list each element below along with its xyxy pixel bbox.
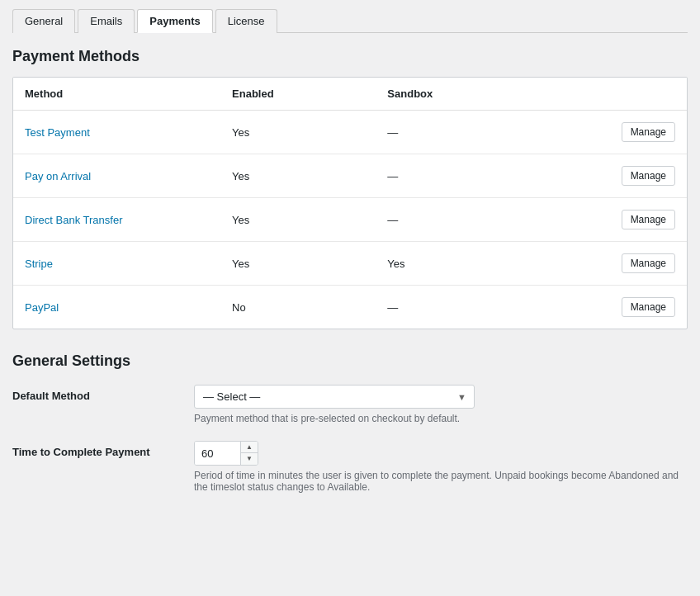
method-cell: Direct Bank Transfer (13, 198, 220, 242)
enabled-cell: Yes (220, 111, 376, 154)
method-cell: Pay on Arrival (13, 154, 220, 198)
table-row: PayPal No — Manage (13, 286, 687, 329)
action-cell: Manage (583, 198, 687, 242)
tab-payments[interactable]: Payments (137, 9, 212, 33)
default-method-row: Default Method — Select —Test PaymentPay… (12, 385, 688, 424)
manage-button[interactable]: Manage (622, 166, 675, 186)
spinner-buttons: ▲ ▼ (240, 442, 258, 465)
table-row: Direct Bank Transfer Yes — Manage (13, 198, 687, 242)
enabled-cell: Yes (220, 242, 376, 286)
manage-button[interactable]: Manage (622, 210, 675, 229)
action-cell: Manage (583, 154, 687, 198)
general-settings-title: General Settings (12, 352, 688, 370)
payment-method-link[interactable]: Test Payment (25, 126, 90, 139)
default-method-select-wrapper: — Select —Test PaymentPay on ArrivalDire… (194, 385, 475, 409)
tab-license[interactable]: License (215, 9, 277, 33)
payment-methods-title: Payment Methods (12, 48, 688, 65)
sandbox-cell: — (376, 154, 583, 198)
tab-emails[interactable]: Emails (78, 9, 135, 33)
sandbox-cell: — (376, 198, 583, 242)
payment-method-link[interactable]: Stripe (25, 258, 53, 270)
tabs-bar: General Emails Payments License (12, 8, 688, 33)
time-complete-label: Time to Complete Payment (12, 441, 194, 458)
manage-button[interactable]: Manage (622, 297, 675, 317)
sandbox-cell: Yes (376, 242, 583, 286)
enabled-cell: Yes (220, 154, 376, 198)
default-method-label: Default Method (12, 385, 194, 402)
manage-button[interactable]: Manage (622, 253, 675, 273)
sandbox-cell: — (376, 111, 583, 154)
spinner-up-button[interactable]: ▲ (241, 442, 258, 453)
method-cell: PayPal (13, 286, 220, 329)
manage-button[interactable]: Manage (622, 122, 675, 142)
sandbox-cell: — (376, 286, 583, 329)
default-method-control: — Select —Test PaymentPay on ArrivalDire… (194, 385, 688, 424)
payment-table-wrapper: Method Enabled Sandbox Test Payment Yes … (12, 77, 688, 329)
page-wrapper: General Emails Payments License Payment … (0, 0, 700, 596)
action-cell: Manage (583, 286, 687, 329)
action-cell: Manage (583, 111, 687, 154)
action-cell: Manage (583, 242, 687, 286)
spinner-down-button[interactable]: ▼ (241, 453, 258, 465)
table-row: Test Payment Yes — Manage (13, 111, 687, 154)
table-row: Pay on Arrival Yes — Manage (13, 154, 687, 198)
time-complete-hint: Period of time in minutes the user is gi… (194, 470, 688, 493)
default-method-select[interactable]: — Select —Test PaymentPay on ArrivalDire… (194, 385, 475, 409)
tab-general[interactable]: General (12, 9, 75, 33)
method-cell: Stripe (13, 242, 220, 286)
payment-method-link[interactable]: Pay on Arrival (25, 170, 91, 182)
col-header-method: Method (13, 78, 220, 111)
time-complete-control: ▲ ▼ Period of time in minutes the user i… (194, 441, 688, 493)
time-complete-row: Time to Complete Payment ▲ ▼ Period of t… (12, 441, 688, 493)
enabled-cell: Yes (220, 198, 376, 242)
col-header-enabled: Enabled (220, 78, 376, 111)
table-row: Stripe Yes Yes Manage (13, 242, 687, 286)
time-complete-input[interactable] (195, 442, 240, 465)
method-cell: Test Payment (13, 111, 220, 154)
payment-method-link[interactable]: Direct Bank Transfer (25, 214, 123, 226)
time-complete-input-wrapper: ▲ ▼ (194, 441, 258, 466)
payment-method-link[interactable]: PayPal (25, 301, 59, 314)
default-method-hint: Payment method that is pre-selected on c… (194, 413, 688, 424)
col-header-action (583, 78, 687, 111)
enabled-cell: No (220, 286, 376, 329)
payment-table: Method Enabled Sandbox Test Payment Yes … (13, 78, 687, 329)
col-header-sandbox: Sandbox (376, 78, 583, 111)
